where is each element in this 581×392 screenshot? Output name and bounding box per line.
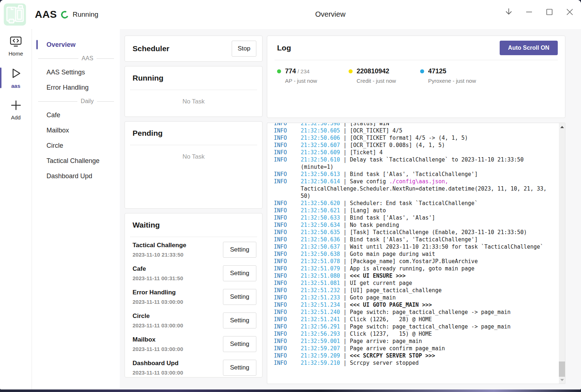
- log-timestamp: 21:32:59.001: [301, 338, 340, 344]
- setting-button[interactable]: Setting: [223, 360, 256, 376]
- log-line: INFO21:32:51.081 | UI get current page: [274, 279, 557, 287]
- titlebar: AAS Running Overview: [0, 0, 581, 29]
- log-timestamp: 21:32:50.605: [301, 127, 340, 134]
- log-timestamp: 21:32:59.210: [301, 360, 340, 366]
- log-pipe: |: [340, 360, 350, 366]
- log-timestamp: 21:32:56.291: [301, 323, 340, 330]
- sidebar-item-overview[interactable]: Overview: [32, 37, 120, 52]
- close-icon[interactable]: [564, 7, 575, 17]
- log-timestamp: 21:32:50.638: [301, 251, 340, 257]
- setting-button[interactable]: Setting: [223, 336, 256, 352]
- log-message: 21:32:59.210 | Scrcpy server stopped: [301, 359, 557, 367]
- log-title: Log: [277, 44, 291, 52]
- log-pipe: |: [340, 149, 350, 156]
- log-pipe: |: [340, 229, 350, 236]
- stat-dot-icon: [420, 69, 424, 73]
- scrollbar-thumb[interactable]: [559, 362, 565, 377]
- log-timestamp: 21:32:50.614: [301, 178, 340, 185]
- log-message: 21:32:56.291 | Page switch: page_tactica…: [301, 323, 557, 330]
- stat-value-line: 220810942: [357, 68, 396, 75]
- log-line: INFO21:32:50.636 | Bind task ['Alas', 'T…: [274, 236, 557, 243]
- stat-dot-icon: [349, 69, 353, 73]
- divider-line: [97, 58, 114, 59]
- stop-button[interactable]: Stop: [232, 41, 256, 57]
- minimize-icon[interactable]: [524, 7, 535, 17]
- rail-item-add[interactable]: Add: [0, 97, 32, 123]
- scrollbar-up-icon[interactable]: [559, 124, 565, 130]
- setting-button[interactable]: Setting: [223, 289, 256, 305]
- log-scrollbar[interactable]: [559, 123, 565, 384]
- log-message: 21:32:50.613 | Bind task ['Alas', 'Tacti…: [301, 171, 557, 178]
- log-line: INFO21:32:59.209 | <<< SCRCPY SERVER STO…: [274, 352, 557, 359]
- log-timestamp: 21:32:50.607: [301, 142, 340, 148]
- log-pipe: |: [340, 273, 350, 279]
- sidebar-item-dashboard-upd[interactable]: Dashboard Upd: [32, 168, 120, 184]
- setting-button[interactable]: Setting: [223, 265, 256, 281]
- waiting-task-info: Error Handling2023-11-11 03:00:00: [133, 289, 183, 305]
- log-timestamp: 21:32:51.080: [301, 273, 340, 279]
- waiting-title: Waiting: [133, 221, 160, 229]
- log-level: INFO: [274, 134, 301, 142]
- scrollbar-down-icon[interactable]: [559, 377, 565, 383]
- log-line: INFO21:32:56.291 | Page switch: page_tac…: [274, 323, 557, 330]
- log-pipe: |: [340, 316, 350, 323]
- log-line: INFO21:32:50.609 | [Ticket] 4: [274, 149, 557, 156]
- rail-item-aas[interactable]: aas: [0, 65, 32, 91]
- sidebar-item-tactical-challenge[interactable]: Tactical Challenge: [32, 153, 120, 168]
- log-level: INFO: [274, 323, 301, 330]
- log-level: INFO: [274, 221, 301, 229]
- sidebar-item-circle[interactable]: Circle: [32, 138, 120, 153]
- resource-stat: 220810942Credit - just now: [349, 68, 420, 84]
- log-timestamp: 21:32:51.233: [301, 294, 340, 301]
- stat-text: 47125Pyroxene - just now: [428, 68, 476, 84]
- log-level: INFO: [274, 200, 301, 207]
- log-level: INFO: [274, 330, 301, 338]
- log-level: INFO: [274, 272, 301, 279]
- running-status-label: Running: [73, 11, 98, 19]
- auto-scroll-button[interactable]: Auto Scroll ON: [500, 41, 558, 55]
- log-timestamp: 21:32:50.598: [301, 123, 340, 127]
- log-pipe: |: [340, 156, 350, 163]
- sidebar-item-label: Mailbox: [46, 127, 69, 134]
- log-level: INFO: [274, 294, 301, 301]
- log-level: INFO: [274, 359, 301, 367]
- log-timestamp: 21:32:59.209: [301, 352, 340, 359]
- setting-button[interactable]: Setting: [223, 242, 256, 258]
- stat-label: Credit - just now: [357, 78, 396, 84]
- sidebar-item-error-handling[interactable]: Error Handling: [32, 80, 120, 95]
- window-controls: [503, 7, 575, 17]
- log-pipe: |: [340, 222, 350, 228]
- active-indicator: [0, 68, 1, 88]
- log-pipe: |: [340, 200, 350, 207]
- log-pipe: |: [340, 178, 350, 185]
- log-timestamp: 21:32:50.610: [301, 156, 340, 163]
- log-message: 21:32:50.605 | [OCR_TICKET] 4/5: [301, 127, 557, 134]
- home-monitor-icon: [10, 36, 22, 49]
- log-pipe: |: [340, 123, 350, 127]
- sidebar-item-label: Dashboard Upd: [46, 172, 92, 180]
- maximize-icon[interactable]: [544, 7, 555, 17]
- sidebar-item-mailbox[interactable]: Mailbox: [32, 123, 120, 138]
- side-navigation: OverviewAASAAS SettingsError HandlingDai…: [32, 29, 120, 389]
- page-title: Overview: [315, 10, 345, 19]
- waiting-task-name: Dashboard Upd: [133, 360, 183, 367]
- nav-section-divider: Daily: [32, 95, 120, 107]
- stat-text: 220810942Credit - just now: [357, 68, 396, 84]
- app-logo-icon: [4, 3, 26, 27]
- download-icon[interactable]: [503, 7, 514, 17]
- sidebar-item-cafe[interactable]: Cafe: [32, 107, 120, 123]
- log-message: 21:32:50.638 | Goto main page during wai…: [301, 250, 557, 258]
- setting-button[interactable]: Setting: [223, 313, 256, 328]
- log-timestamp: 21:32:56.293: [301, 331, 340, 337]
- rail-item-home[interactable]: Home: [0, 34, 32, 59]
- sidebar-item-aas-settings[interactable]: AAS Settings: [32, 65, 120, 80]
- log-message: 21:32:50.610 | Delay task `TacticalChall…: [301, 156, 557, 171]
- activity-rail: HomeaasAdd: [0, 29, 32, 389]
- log-line: INFO21:32:56.293 | Click (1237, 15) @ HO…: [274, 330, 557, 338]
- log-message: 21:32:51.078 | [Package_name] com.Yostar…: [301, 258, 557, 265]
- log-level: INFO: [274, 127, 301, 134]
- log-pipe: |: [340, 251, 350, 257]
- running-spinner-icon: [60, 10, 69, 19]
- log-line: INFO21:32:59.207 | Page arrive confirm p…: [274, 345, 557, 352]
- waiting-task-next-run: 2023-11-11 00:31:50: [133, 275, 183, 281]
